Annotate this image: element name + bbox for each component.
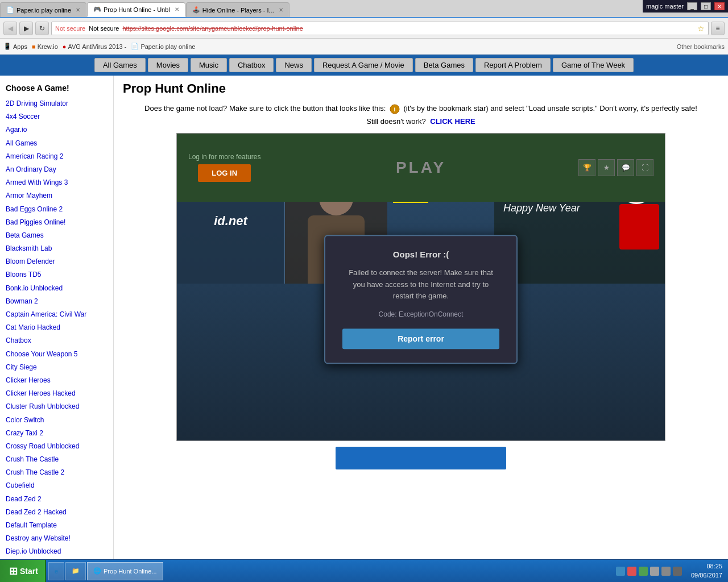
sidebar-link[interactable]: Beta Games [0,229,113,242]
sidebar-link[interactable]: Bad Eggs Online 2 [0,203,113,216]
taskbar-date: 09/06/2017 [691,571,722,580]
url-strikethrough: https:// [122,25,141,32]
bookmark-avg[interactable]: ● AVG AntiVirus 2013 - [63,43,127,50]
minimize-button[interactable]: _ [687,2,697,10]
sidebar-link[interactable]: Cubefield [0,479,113,492]
load-warning: Does the game not load? Make sure to cli… [123,102,719,128]
bookmark-krew[interactable]: ■ Krew.io [32,43,58,50]
sidebar-link[interactable]: Bloons TD5 [0,268,113,281]
other-bookmarks[interactable]: Other bookmarks [677,43,725,50]
tab-hide-online[interactable]: 🕹️ Hide Online - Players - I... ✕ [186,2,289,17]
restore-button[interactable]: □ [701,2,711,10]
taskbar: ⊞ Start e 📁 🌐 Prop Hunt Online... 08:25 … [0,559,728,582]
sidebar-link[interactable]: Bloom Defender [0,255,113,268]
sidebar-link[interactable]: Captain America: Civil War [0,308,113,321]
sidebar-link[interactable]: Bowman 2 [0,295,113,308]
tab-prop-hunt[interactable]: 🎮 Prop Hunt Online - Unbl ✕ [87,2,185,17]
sidebar-link[interactable]: An Ordinary Day [0,163,113,176]
sidebar-link[interactable]: City Siege [0,361,113,374]
sidebar-link[interactable]: Agar.io [0,123,113,136]
tab-close-2[interactable]: ✕ [175,6,179,13]
error-dialog: Oops! Error :( Failed to connect the ser… [324,235,518,364]
nav-beta-games[interactable]: Beta Games [415,58,473,72]
sidebar-link[interactable]: Crazy Taxi 2 [0,427,113,440]
chat-icon[interactable]: 💬 [617,159,634,176]
sidebar: Choose A Game! 2D Driving Simulator 4x4 … [0,76,114,559]
nav-news[interactable]: News [276,58,312,72]
browser-nav: ◀ ▶ ↻ Not secure Not secure https://site… [0,18,728,39]
tray-icon-2[interactable] [627,567,636,576]
sidebar-link[interactable]: Chatbox [0,334,113,347]
close-button[interactable]: ✕ [714,2,725,10]
nav-music[interactable]: Music [191,58,227,72]
sidebar-item-blacksmith-lab[interactable]: Blacksmith Lab [0,242,113,255]
svg-text:i: i [394,106,395,113]
sidebar-link[interactable]: Bonk.io Unblocked [0,282,113,295]
sidebar-link[interactable]: All Games [0,137,113,150]
tab-favicon-2: 🎮 [93,6,101,14]
sidebar-link[interactable]: Clicker Heroes [0,374,113,387]
fullscreen-icon[interactable]: ⛶ [636,159,653,176]
sidebar-link[interactable]: Dead Zed 2 Hacked [0,506,113,519]
tab-close-3[interactable]: ✕ [279,7,283,13]
sidebar-link[interactable]: Color Switch [0,414,113,427]
sidebar-link[interactable]: Clicker Heroes Hacked [0,387,113,400]
game-frame: MAIN news events INVENTORY hunters weapo… [176,133,665,441]
report-error-button[interactable]: Report error [342,329,499,349]
forward-button[interactable]: ▶ [19,22,33,35]
sidebar-link[interactable]: Crossy Road Unblocked [0,440,113,453]
sidebar-link[interactable]: Destroy any Website! [0,532,113,545]
tray-icon-6[interactable] [673,567,682,576]
sidebar-link[interactable]: Default Template [0,519,113,532]
nav-movies[interactable]: Movies [148,58,188,72]
sidebar-item-cluster-rush[interactable]: Cluster Rush Unblocked [0,400,113,413]
tray-icon-1[interactable] [616,567,625,576]
taskbar-active-window[interactable]: 🌐 Prop Hunt Online... [87,562,163,580]
bookmarks-bar: 📱 Apps ■ Krew.io ● AVG AntiVirus 2013 - … [0,39,728,55]
sidebar-link[interactable]: American Racing 2 [0,150,113,163]
refresh-button[interactable]: ↻ [35,22,49,35]
bookmark-star-icon[interactable]: ☆ [697,24,705,33]
sidebar-link[interactable]: Choose Your Weapon 5 [0,348,113,361]
click-here-link[interactable]: CLICK HERE [430,117,475,126]
sidebar-link[interactable]: Armor Mayhem [0,189,113,202]
nav-report[interactable]: Report A Problem [475,58,551,72]
url-text: sites.google.com/site/anygameunblocked/p… [141,25,303,32]
trophy-icon[interactable]: 🏆 [578,159,595,176]
sidebar-link[interactable]: Armed With Wings 3 [0,176,113,189]
sidebar-link[interactable]: Crush The Castle 2 [0,466,113,479]
sidebar-item-crush-castle[interactable]: Crush The Castle [0,453,113,466]
tab-close-1[interactable]: ✕ [76,7,80,13]
tray-icon-4[interactable] [650,567,659,576]
tray-icon-3[interactable] [639,567,648,576]
tab-label-2: Prop Hunt Online - Unbl [104,6,170,13]
address-bar[interactable]: Not secure Not secure https://sites.goog… [51,22,709,35]
bookmark-paper-io[interactable]: 📄 Paper.io play online [131,43,195,50]
bookmark-apps[interactable]: 📱 Apps [3,43,27,50]
start-button[interactable]: ⊞ Start [0,560,46,582]
page-wrapper: All Games Movies Music Chatbox News Requ… [0,55,728,559]
game-bottom-bar: Log in for more features LOG IN PLAY 🏆 ★… [177,134,665,202]
taskbar-ie-icon[interactable]: e [48,562,64,580]
star-icon[interactable]: ★ [598,159,615,176]
sidebar-link[interactable]: Cat Mario Hacked [0,321,113,334]
nav-game-of-week[interactable]: Game of The Week [553,58,634,72]
login-button[interactable]: LOG IN [198,164,251,182]
nav-chatbox[interactable]: Chatbox [229,58,274,72]
sidebar-link[interactable]: Diep.io Unblocked [0,545,113,558]
bottom-blue-bar[interactable] [336,447,506,469]
sidebar-link[interactable]: Dead Zed 2 [0,493,113,506]
nav-all-games[interactable]: All Games [94,58,146,72]
sidebar-link[interactable]: 4x4 Soccer [0,110,113,123]
sidebar-link[interactable]: Bad Piggies Online! [0,216,113,229]
content-area: Choose A Game! 2D Driving Simulator 4x4 … [0,76,728,559]
sidebar-link[interactable]: 2D Driving Simulator [0,97,113,110]
play-label: PLAY [396,159,446,176]
tab-paper-io[interactable]: 📄 Paper.io play online ✕ [0,2,86,17]
tray-icon-5[interactable] [661,567,671,576]
nav-request[interactable]: Request A Game / Movie [314,58,413,72]
back-button[interactable]: ◀ [3,22,17,35]
taskbar-explorer-icon[interactable]: 📁 [65,562,86,580]
menu-button[interactable]: ≡ [711,22,725,35]
page-title: Prop Hunt Online [123,81,719,96]
